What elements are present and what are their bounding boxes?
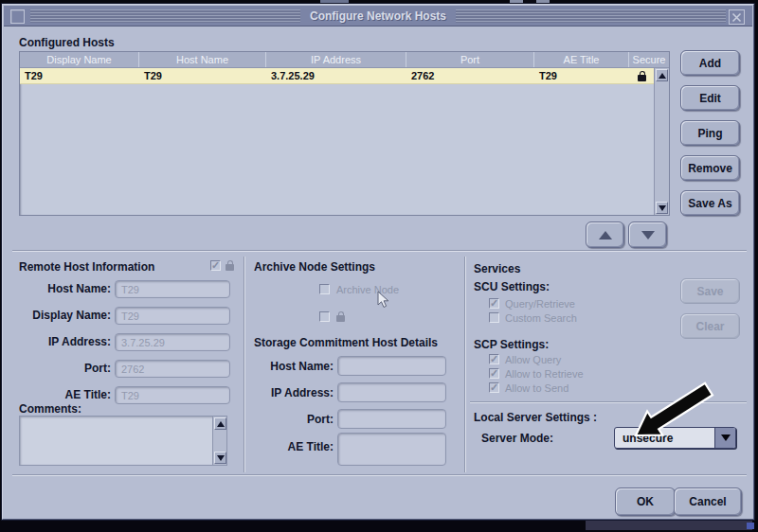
remote-host-title: Remote Host Information	[19, 260, 154, 274]
window-menu-icon[interactable]	[10, 9, 25, 24]
column-header[interactable]: AE Title	[534, 52, 629, 67]
query-retrieve-checkbox[interactable]	[489, 298, 499, 309]
window-title: Configure Network Hosts	[300, 9, 456, 23]
sc-port-field[interactable]	[337, 409, 446, 429]
sc-ip-address-label: IP Address:	[230, 386, 334, 399]
cell-port: 2762	[406, 68, 534, 83]
table-row-selected[interactable]: T29 T29 3.7.25.29 2762 T29	[20, 68, 656, 84]
save-as-button[interactable]: Save As	[680, 190, 740, 216]
move-down-button[interactable]	[628, 222, 667, 248]
add-button[interactable]: Add	[680, 50, 740, 76]
allow-retrieve-checkbox[interactable]	[489, 368, 499, 379]
archive-lock-checkbox[interactable]	[319, 311, 330, 322]
chevron-down-icon	[721, 434, 731, 441]
storage-commitment-title: Storage Commitment Host Details	[254, 336, 438, 349]
column-header[interactable]: Port	[406, 52, 534, 67]
allow-query-label: Allow Query	[505, 354, 561, 365]
archive-node-title: Archive Node Settings	[254, 260, 375, 274]
scroll-down-button[interactable]	[214, 452, 226, 464]
remote-host-lock-checkbox[interactable]	[210, 260, 221, 271]
mouse-cursor	[377, 291, 390, 310]
move-up-button[interactable]	[586, 222, 624, 248]
triangle-down-icon	[217, 455, 225, 461]
comments-textarea[interactable]	[19, 416, 227, 466]
clear-button[interactable]: Clear	[680, 313, 740, 339]
local-server-title: Local Server Settings :	[474, 411, 597, 424]
edit-button[interactable]: Edit	[680, 85, 740, 111]
sc-ae-title-label: AE Title:	[230, 440, 334, 453]
save-button[interactable]: Save	[680, 278, 740, 304]
configured-hosts-title: Configured Hosts	[19, 36, 115, 49]
triangle-up-icon	[217, 421, 225, 427]
configured-hosts-table: Display Name Host Name IP Address Port A…	[19, 51, 670, 216]
sc-ip-address-field[interactable]	[337, 382, 446, 402]
scroll-up-button[interactable]	[656, 69, 668, 81]
cell-host-name: T29	[139, 68, 266, 83]
sc-port-label: Port:	[230, 413, 334, 426]
cell-ip-address: 3.7.25.29	[266, 68, 406, 83]
ip-address-field[interactable]: 3.7.25.29	[115, 333, 230, 351]
divider	[464, 257, 466, 472]
ping-button[interactable]: Ping	[680, 120, 740, 146]
cell-secure	[629, 68, 656, 83]
display-name-label: Display Name:	[3, 309, 111, 322]
custom-search-label: Custom Search	[505, 312, 577, 324]
cell-display-name: T29	[20, 68, 139, 83]
lock-icon	[336, 311, 346, 322]
allow-retrieve-label: Allow to Retrieve	[505, 368, 584, 380]
scp-settings-title: SCP Settings:	[474, 338, 549, 351]
cancel-button[interactable]: Cancel	[674, 488, 742, 516]
query-retrieve-label: Query/Retrieve	[505, 298, 575, 310]
cell-ae-title: T29	[534, 68, 629, 83]
titlebar-grip	[449, 9, 726, 23]
column-header[interactable]: Display Name	[20, 52, 139, 67]
ip-address-label: IP Address:	[3, 335, 111, 348]
column-header[interactable]: Host Name	[139, 52, 266, 67]
sc-host-name-label: Host Name:	[230, 360, 334, 373]
ae-title-label: AE Title:	[3, 388, 111, 401]
divider	[12, 250, 747, 252]
table-header: Display Name Host Name IP Address Port A…	[20, 52, 669, 68]
allow-query-checkbox[interactable]	[489, 354, 499, 364]
ok-button[interactable]: OK	[615, 488, 676, 516]
column-header[interactable]: Secure	[629, 52, 669, 67]
display-name-field[interactable]: T29	[115, 307, 230, 325]
scroll-down-button[interactable]	[656, 202, 668, 214]
comments-label: Comments:	[19, 402, 81, 416]
sc-host-name-field[interactable]	[337, 356, 446, 376]
annotation-arrow	[614, 381, 720, 442]
ae-title-field[interactable]: T29	[115, 386, 230, 404]
comments-scrollbar[interactable]	[212, 417, 226, 465]
allow-send-checkbox[interactable]	[489, 382, 499, 393]
titlebar-grip	[30, 9, 310, 23]
sc-ae-title-field[interactable]	[337, 433, 446, 466]
triangle-up-icon	[659, 73, 666, 79]
server-mode-label: Server Mode:	[481, 432, 553, 445]
titlebar[interactable]: Configure Network Hosts	[4, 6, 752, 27]
column-header[interactable]: IP Address	[266, 52, 406, 67]
lock-icon	[638, 71, 647, 81]
close-button[interactable]	[729, 9, 745, 25]
table-scrollbar[interactable]	[654, 68, 669, 215]
custom-search-checkbox[interactable]	[489, 312, 499, 323]
archive-node-checkbox[interactable]	[319, 284, 330, 294]
port-label: Port:	[3, 362, 111, 375]
close-icon	[731, 12, 742, 23]
triangle-down-icon	[659, 205, 666, 211]
lock-icon	[226, 260, 235, 271]
host-name-field[interactable]: T29	[115, 280, 230, 298]
port-field[interactable]: 2762	[115, 360, 230, 378]
remove-button[interactable]: Remove	[680, 155, 740, 181]
taskbar-fragment	[586, 520, 752, 530]
scroll-up-button[interactable]	[214, 417, 226, 430]
allow-send-label: Allow to Send	[505, 382, 568, 394]
arrow-up-icon	[599, 231, 612, 239]
configure-network-hosts-dialog: Configure Network Hosts Configured Hosts…	[2, 4, 754, 520]
divider	[12, 474, 747, 476]
arrow-down-icon	[641, 231, 655, 239]
scu-settings-title: SCU Settings:	[474, 280, 550, 293]
taskbar-fragment	[747, 523, 754, 529]
host-name-label: Host Name:	[3, 282, 111, 295]
services-title: Services	[474, 262, 520, 275]
